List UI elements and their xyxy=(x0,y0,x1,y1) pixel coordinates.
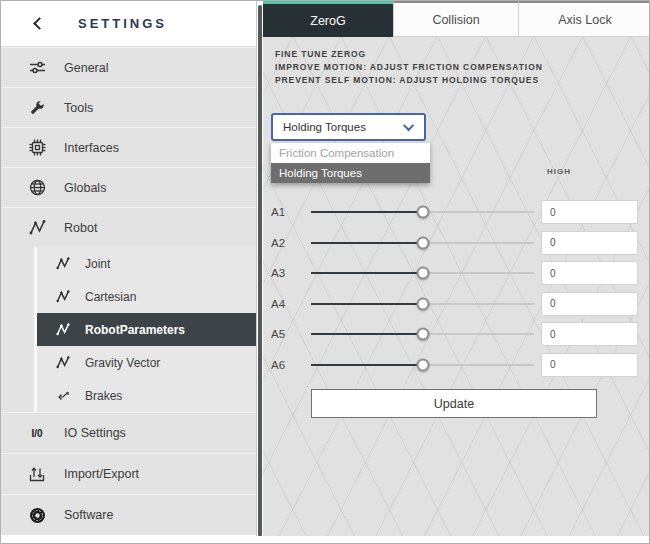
slider-thumb[interactable] xyxy=(416,206,429,219)
value-input-a2[interactable] xyxy=(541,231,638,255)
sidebar-item-tools[interactable]: Tools xyxy=(1,87,256,127)
slider-thumb[interactable] xyxy=(416,236,429,249)
menu-item-label: Holding Torques xyxy=(279,167,362,179)
sidebar-item-label: Brakes xyxy=(85,389,122,403)
sidebar-item-label: Import/Export xyxy=(64,467,139,481)
tune-icon xyxy=(28,59,46,77)
footer-strip xyxy=(1,536,649,543)
slider-fill xyxy=(311,333,423,335)
sidebar-item-label: Software xyxy=(64,508,113,522)
sidebar-item-joint[interactable]: Joint xyxy=(37,247,256,280)
robot-arm-icon xyxy=(55,289,71,305)
tab-axis-lock[interactable]: Axis Lock xyxy=(518,1,650,37)
sidebar-item-io-settings[interactable]: I/0 IO Settings xyxy=(1,412,256,453)
slider-row-a6: A6 xyxy=(263,350,650,381)
description-line: IMPROVE MOTION: ADJUST FRICTION COMPENSA… xyxy=(275,61,543,74)
slider-a5[interactable] xyxy=(311,333,534,335)
value-input-a3[interactable] xyxy=(541,261,638,285)
slider-thumb[interactable] xyxy=(416,358,429,371)
settings-window: SETTINGS General Tools xyxy=(0,0,650,544)
io-icon: I/0 xyxy=(28,424,46,442)
slider-a6[interactable] xyxy=(311,364,534,366)
sidebar-item-label: Joint xyxy=(85,257,110,271)
slider-fill xyxy=(311,211,423,213)
wrench-icon xyxy=(28,99,46,117)
sidebar-item-cartesian[interactable]: Cartesian xyxy=(37,280,256,313)
menu-item-holding-torques[interactable]: Holding Torques xyxy=(271,163,430,183)
mode-select-value: Holding Torques xyxy=(283,121,366,133)
robot-submenu: Joint Cartesian xyxy=(34,247,256,412)
sidebar-item-globals[interactable]: Globals xyxy=(1,167,256,207)
tab-label: Axis Lock xyxy=(558,13,612,27)
sidebar-item-label: Cartesian xyxy=(85,290,136,304)
sidebar-item-label: Gravity Vector xyxy=(85,356,160,370)
zerog-panel: ZeroG Collision Axis Lock FINE TUNE ZERO… xyxy=(263,1,650,544)
axis-label: A1 xyxy=(271,206,311,218)
sidebar-item-brakes[interactable]: Brakes xyxy=(37,379,256,412)
description-line: PREVENT SELF MOTION: ADJUST HOLDING TORQ… xyxy=(275,74,543,87)
sidebar-item-label: Robot xyxy=(64,221,97,235)
sidebar-header: SETTINGS xyxy=(1,1,256,47)
sidebar-item-general[interactable]: General xyxy=(1,47,256,87)
slider-fill xyxy=(311,242,423,244)
tab-collision[interactable]: Collision xyxy=(393,1,518,37)
sidebar-title: SETTINGS xyxy=(78,16,167,31)
axis-label: A5 xyxy=(271,328,311,340)
slider-row-a2: A2 xyxy=(263,228,650,259)
slider-a1[interactable] xyxy=(311,211,534,213)
import-export-icon xyxy=(28,465,46,483)
globe-icon xyxy=(28,179,46,197)
chip-icon xyxy=(28,139,46,157)
tab-label: Collision xyxy=(432,13,479,27)
sidebar-item-label: General xyxy=(64,61,108,75)
mode-select[interactable]: Holding Torques xyxy=(271,113,426,141)
value-input-a6[interactable] xyxy=(541,353,638,377)
value-input-a5[interactable] xyxy=(541,322,638,346)
sidebar-item-import-export[interactable]: Import/Export xyxy=(1,453,256,494)
tab-bar: ZeroG Collision Axis Lock xyxy=(263,1,650,37)
slider-a3[interactable] xyxy=(311,272,534,274)
slider-row-a5: A5 xyxy=(263,319,650,350)
menu-item-label: Friction Compensation xyxy=(279,147,394,159)
sidebar-item-interfaces[interactable]: Interfaces xyxy=(1,127,256,167)
slider-a4[interactable] xyxy=(311,303,534,305)
chevron-down-icon xyxy=(403,120,414,131)
axis-label: A2 xyxy=(271,237,311,249)
description-line: FINE TUNE ZEROG xyxy=(275,48,543,61)
sidebar-item-label: IO Settings xyxy=(64,426,126,440)
axis-label: A3 xyxy=(271,267,311,279)
slider-list: A1 A2 A3 A4 A5 xyxy=(263,197,650,380)
sidebar-item-robot[interactable]: Robot xyxy=(1,207,256,247)
mode-select-menu: Friction Compensation Holding Torques xyxy=(271,143,430,183)
high-column-header: HIGH xyxy=(547,167,571,176)
slider-row-a3: A3 xyxy=(263,258,650,289)
sidebar-item-gravity-vector[interactable]: Gravity Vector xyxy=(37,346,256,379)
slider-a2[interactable] xyxy=(311,242,534,244)
sidebar-item-robotparameters[interactable]: RobotParameters xyxy=(37,313,256,346)
sidebar-item-label: Interfaces xyxy=(64,141,119,155)
slider-fill xyxy=(311,272,423,274)
robot-arm-icon xyxy=(55,322,71,338)
slider-thumb[interactable] xyxy=(416,297,429,310)
slider-thumb[interactable] xyxy=(416,328,429,341)
sidebar-item-label: Globals xyxy=(64,181,106,195)
slider-fill xyxy=(311,364,423,366)
update-button[interactable]: Update xyxy=(311,389,597,418)
slider-row-a1: A1 xyxy=(263,197,650,228)
settings-sidebar: SETTINGS General Tools xyxy=(1,1,257,544)
software-icon xyxy=(28,506,46,524)
axis-label: A4 xyxy=(271,298,311,310)
tab-zerog[interactable]: ZeroG xyxy=(263,1,393,37)
value-input-a4[interactable] xyxy=(541,292,638,316)
slider-thumb[interactable] xyxy=(416,267,429,280)
robot-arm-icon xyxy=(55,355,71,371)
sidebar-item-label: RobotParameters xyxy=(85,323,185,337)
slider-row-a4: A4 xyxy=(263,289,650,320)
menu-item-friction-compensation[interactable]: Friction Compensation xyxy=(271,143,430,163)
panel-scrollbar[interactable] xyxy=(258,5,262,537)
sidebar-item-software[interactable]: Software xyxy=(1,494,256,535)
back-icon[interactable] xyxy=(33,17,46,30)
value-input-a1[interactable] xyxy=(541,200,638,224)
sidebar-item-label: Tools xyxy=(64,101,93,115)
brake-icon xyxy=(55,388,71,404)
